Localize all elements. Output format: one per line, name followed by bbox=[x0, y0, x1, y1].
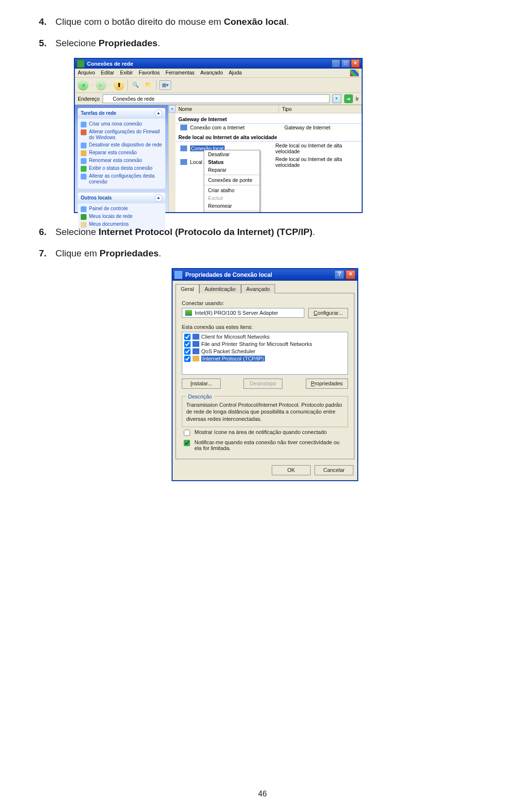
item-fileprint[interactable]: File and Printer Sharing for Microsoft N… bbox=[183, 341, 347, 348]
item-checkbox[interactable] bbox=[184, 348, 191, 355]
step-5: 5. Selecione Propriedades. bbox=[39, 36, 491, 51]
tab-advanced[interactable]: Avançado bbox=[241, 284, 276, 293]
checkbox[interactable] bbox=[184, 440, 190, 446]
menu-ajuda[interactable]: Ajuda bbox=[229, 70, 242, 76]
step-5-number: 5. bbox=[39, 36, 55, 51]
address-label: Endereço bbox=[78, 96, 100, 102]
cancel-button[interactable]: Cancelar bbox=[315, 465, 353, 475]
task-firewall[interactable]: Alterar configurações do Firewall do Win… bbox=[81, 128, 162, 142]
tab-strip: Geral Autenticação Avançado bbox=[173, 281, 357, 293]
ctx-status[interactable]: Status bbox=[204, 158, 260, 166]
items-listbox[interactable]: Client for Microsoft Networks File and P… bbox=[182, 332, 348, 375]
install-button[interactable]: Instalar... bbox=[182, 379, 221, 389]
menu-bar: Arquivo Editar Exibir Favoritos Ferramen… bbox=[75, 69, 362, 78]
address-input[interactable] bbox=[103, 94, 330, 103]
task-disable[interactable]: Desativar este dispositivo de rede bbox=[81, 142, 162, 149]
folders-icon[interactable]: 📁 bbox=[143, 80, 153, 90]
ok-button[interactable]: OK bbox=[272, 465, 311, 475]
task-create-connection[interactable]: Criar uma nova conexão bbox=[81, 121, 162, 128]
item-internet-connection[interactable]: Conexão com a Internet Gateway de Intern… bbox=[175, 124, 362, 131]
screenshot-network-connections: Conexões de rede _ □ × Arquivo Editar Ex… bbox=[74, 58, 363, 213]
adapter-icon bbox=[185, 310, 192, 316]
page-number: 46 bbox=[0, 790, 525, 798]
component-icon bbox=[192, 341, 199, 347]
menu-favoritos[interactable]: Favoritos bbox=[139, 70, 159, 76]
show-icon-checkbox[interactable]: Mostrar ícone na área de notificação qua… bbox=[182, 429, 348, 437]
close-button[interactable]: × bbox=[346, 270, 355, 279]
address-dropdown[interactable]: ▾ bbox=[332, 94, 341, 103]
task-header-other[interactable]: Outros locais ▲ bbox=[78, 193, 165, 203]
help-button[interactable]: ? bbox=[334, 270, 344, 279]
step-7-number: 7. bbox=[39, 246, 55, 261]
tab-general[interactable]: Geral bbox=[175, 284, 199, 293]
configure-button[interactable]: Configurar... bbox=[308, 308, 348, 318]
window-title: Conexões de rede bbox=[87, 61, 133, 67]
checkbox[interactable] bbox=[184, 430, 190, 436]
item-checkbox[interactable] bbox=[184, 334, 191, 340]
group-gateway: Gateway de Internet bbox=[175, 114, 362, 124]
item-tcpip[interactable]: Internet Protocol (TCP/IP) bbox=[183, 355, 347, 362]
toolbar: ◄ · ► · ⬆ 🔍 📁 ▦▾ bbox=[75, 78, 362, 93]
minimize-button[interactable]: _ bbox=[332, 59, 340, 68]
task-rename[interactable]: Renomear esta conexão bbox=[81, 157, 162, 165]
main-content: Nome Tipo Gateway de Internet Conexão co… bbox=[175, 105, 362, 212]
step-6: 6. Selecione Internet Protocol (Protocol… bbox=[39, 225, 491, 239]
maximize-button[interactable]: □ bbox=[341, 59, 350, 68]
menu-exibir[interactable]: Exibir bbox=[120, 70, 133, 76]
connection-icon bbox=[180, 145, 187, 151]
item-checkbox[interactable] bbox=[184, 341, 191, 347]
properties-button[interactable]: Propriedades bbox=[306, 379, 348, 389]
notify-limited-checkbox[interactable]: Notificar-me quando esta conexão não tiv… bbox=[182, 439, 348, 451]
adapter-field: Intel(R) PRO/100 S Server Adapter bbox=[182, 308, 304, 318]
ctx-shortcut[interactable]: Criar atalho bbox=[204, 186, 260, 194]
ctx-rename[interactable]: Renomear bbox=[204, 202, 260, 210]
task-settings[interactable]: Alterar as configurações desta conexão bbox=[81, 173, 162, 186]
chevron-icon: ▲ bbox=[155, 109, 162, 117]
up-button[interactable]: ⬆ bbox=[114, 80, 124, 90]
step-6-number: 6. bbox=[39, 225, 55, 239]
ctx-disable[interactable]: Desativar bbox=[204, 150, 260, 158]
menu-avancado[interactable]: Avançado bbox=[200, 70, 223, 76]
taskpane-scrollbar[interactable]: ▴ bbox=[168, 105, 175, 212]
connection-icon bbox=[180, 125, 187, 130]
description-group: Descrição Transmission Control Protocol/… bbox=[182, 394, 348, 428]
item-qos[interactable]: QoS Packet Scheduler bbox=[183, 348, 347, 355]
column-type[interactable]: Tipo bbox=[279, 105, 362, 113]
task-pane: Tarefas de rede ▲ Criar uma nova conexão… bbox=[75, 105, 168, 212]
item-client[interactable]: Client for Microsoft Networks bbox=[183, 333, 347, 341]
step-4-number: 4. bbox=[39, 15, 55, 29]
ctx-delete: Excluir bbox=[204, 194, 260, 202]
menu-editar[interactable]: Editar bbox=[101, 70, 114, 76]
go-button[interactable]: ➔ bbox=[344, 94, 353, 103]
ctx-repair[interactable]: Reparar bbox=[204, 166, 260, 174]
context-menu: Desativar Status Reparar Conexões de pon… bbox=[204, 150, 260, 212]
column-name[interactable]: Nome bbox=[175, 105, 279, 113]
item-checkbox[interactable] bbox=[184, 356, 191, 362]
menu-arquivo[interactable]: Arquivo bbox=[78, 70, 95, 76]
description-text: Transmission Control Protocol/Internet P… bbox=[186, 401, 344, 423]
search-icon[interactable]: 🔍 bbox=[131, 80, 140, 90]
place-network-places[interactable]: Meus locais de rede bbox=[81, 213, 162, 221]
ctx-bridge[interactable]: Conexões de ponte bbox=[204, 176, 260, 184]
connect-using-label: Conectar usando: bbox=[182, 300, 348, 306]
component-icon bbox=[192, 334, 199, 340]
scroll-up-icon[interactable]: ▴ bbox=[169, 105, 175, 113]
back-button[interactable]: ◄ bbox=[78, 80, 88, 90]
chevron-icon: ▲ bbox=[155, 194, 162, 202]
dialog-title: Propriedades de Conexão local bbox=[185, 271, 272, 278]
address-bar: Endereço ▾ ➔ Ir bbox=[75, 93, 362, 105]
menu-ferramentas[interactable]: Ferramentas bbox=[166, 70, 195, 76]
task-header-network[interactable]: Tarefas de rede ▲ bbox=[78, 108, 165, 119]
items-label: Esta conexão usa estes itens: bbox=[182, 324, 348, 330]
forward-button[interactable]: ► bbox=[96, 80, 106, 90]
windows-flag-icon bbox=[350, 70, 359, 76]
place-control-panel[interactable]: Painel de controle bbox=[81, 205, 162, 213]
component-icon bbox=[192, 348, 199, 354]
dialog-icon bbox=[175, 271, 182, 279]
views-icon[interactable]: ▦▾ bbox=[159, 80, 171, 90]
close-button[interactable]: × bbox=[351, 59, 360, 68]
task-repair[interactable]: Reparar esta conexão bbox=[81, 149, 162, 157]
tab-auth[interactable]: Autenticação bbox=[199, 284, 241, 293]
task-status[interactable]: Exibir o status desta conexão bbox=[81, 165, 162, 173]
adapter-name: Intel(R) PRO/100 S Server Adapter bbox=[195, 310, 278, 316]
